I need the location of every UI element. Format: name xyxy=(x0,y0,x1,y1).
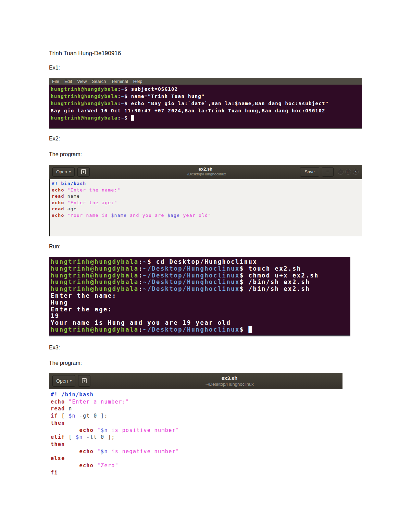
line: echo "Enter a number:" xyxy=(51,398,342,406)
maximize-button[interactable]: ▢ xyxy=(345,169,351,175)
line: hungtrinh@hungdybala:~/Desktop/Hunghocli… xyxy=(51,286,350,293)
terminal-cursor: █ xyxy=(131,115,135,121)
window-title: ex3.sh ~/Desktop/Hunghoclinux xyxy=(205,375,253,387)
new-document-icon xyxy=(82,378,87,383)
terminal-window-ex1: FileEditViewSearchTerminalHelp hungtrinh… xyxy=(49,78,362,129)
line: echo "Enter the age:" xyxy=(52,200,362,206)
save-button[interactable]: Save xyxy=(300,167,319,177)
label-ex1: Ex1: xyxy=(49,65,60,71)
line: #! bin/bash xyxy=(52,181,362,187)
line: Enter the age: xyxy=(51,306,350,313)
gedit-window-ex2: Open ▾ ex2.sh ~/Desktop/Hunghoclinux Sav… xyxy=(49,165,362,236)
line: hungtrinh@hungdybala:~/Desktop/Hunghocli… xyxy=(51,272,350,279)
chevron-down-icon: ▾ xyxy=(70,379,72,383)
window-title: ex2.sh ~/Desktop/Hunghoclinux xyxy=(185,166,226,177)
open-button-label: Open xyxy=(56,169,67,174)
line: echo "Zero" xyxy=(51,462,342,469)
gedit-window-ex3: Open ▾ ex3.sh ~/Desktop/Hunghoclinux #! … xyxy=(49,373,342,477)
terminal-output-ex1[interactable]: hungtrinh@hungdybala:~$ subject=OSG102hu… xyxy=(49,85,362,128)
chevron-down-icon: ▾ xyxy=(69,170,71,174)
minimize-button[interactable]: − xyxy=(338,169,344,175)
terminal-menubar: FileEditViewSearchTerminalHelp xyxy=(49,78,362,85)
menu-item[interactable]: Help xyxy=(133,79,142,84)
file-path: ~/Desktop/Hunghoclinux xyxy=(185,172,226,177)
open-button[interactable]: Open ▾ xyxy=(52,375,75,387)
line: hungtrinh@hungdybala:~$ subject=OSG102 xyxy=(51,86,362,93)
menu-item[interactable]: Terminal xyxy=(111,79,128,84)
menu-item[interactable]: Edit xyxy=(64,79,72,84)
line: Bay gio la:Wed 16 Oct 11:30:47 +07 2024,… xyxy=(51,107,362,114)
line: echo "Enter the name:" xyxy=(52,187,362,194)
file-name: ex2.sh xyxy=(185,166,226,172)
new-document-icon xyxy=(81,169,86,174)
line: if [ $n -gt 0 ]; xyxy=(51,412,342,420)
line: Hung xyxy=(51,299,350,306)
code-area-ex2[interactable]: #! bin/bashecho "Enter the name:"read na… xyxy=(49,179,362,236)
line: elif [ $n -lt 0 ]; xyxy=(51,434,342,441)
open-button-label: Open xyxy=(56,378,68,384)
line: echo "$n is negative number" xyxy=(51,448,342,455)
line: read n xyxy=(51,405,342,412)
line: Your name is Hung and you are 19 year ol… xyxy=(51,320,350,326)
line: else xyxy=(51,455,342,462)
line: hungtrinh@hungdybala:~$ cd Desktop/Hungh… xyxy=(51,259,350,265)
menu-item[interactable]: File xyxy=(52,79,59,84)
code-area-ex3[interactable]: #! /bin/bashecho "Enter a number:"read n… xyxy=(49,389,342,477)
line: Enter the name: xyxy=(51,293,350,299)
new-document-button[interactable] xyxy=(77,167,90,177)
line: hungtrinh@hungdybala:~/Desktop/Hunghocli… xyxy=(51,326,350,333)
label-the-program-2: The program: xyxy=(49,360,82,366)
line: then xyxy=(51,420,342,427)
file-name: ex3.sh xyxy=(205,375,253,382)
gedit-headerbar-ex3: Open ▾ ex3.sh ~/Desktop/Hunghoclinux xyxy=(49,373,342,389)
line: hungtrinh@hungdybala:~$ █ xyxy=(51,114,362,122)
window-controls: − ▢ ✕ xyxy=(338,169,359,175)
line: read age xyxy=(52,206,362,212)
file-path: ~/Desktop/Hunghoclinux xyxy=(205,382,253,387)
menu-item[interactable]: View xyxy=(77,79,87,84)
document-title: Trinh Tuan Hung-De190916 xyxy=(49,50,121,57)
line: read name xyxy=(52,193,362,200)
label-run: Run: xyxy=(49,244,61,250)
close-button[interactable]: ✕ xyxy=(353,169,359,175)
line: hungtrinh@hungdybala:~$ name="Trinh Tuan… xyxy=(51,93,362,100)
terminal-cursor: █ xyxy=(249,326,253,333)
line: hungtrinh@hungdybala:~$ echo "Bay gio la… xyxy=(51,100,362,107)
line: #! /bin/bash xyxy=(51,391,342,398)
hamburger-icon: ≡ xyxy=(326,169,329,175)
new-document-button[interactable] xyxy=(78,375,90,387)
line: hungtrinh@hungdybala:~/Desktop/Hunghocli… xyxy=(51,265,350,272)
line: echo "Your name is $name and you are $ag… xyxy=(52,212,362,219)
document-page: Trinh Tuan Hung-De190916 Ex1: FileEditVi… xyxy=(0,0,411,532)
menu-item[interactable]: Search xyxy=(92,79,106,84)
terminal-output-run[interactable]: hungtrinh@hungdybala:~$ cd Desktop/Hungh… xyxy=(49,257,350,335)
line: then xyxy=(51,441,342,448)
line: fi xyxy=(51,469,342,477)
line: echo "$n is positive number" xyxy=(51,427,342,434)
label-the-program-1: The program: xyxy=(49,151,82,158)
line: hungtrinh@hungdybala:~/Desktop/Hunghocli… xyxy=(51,279,350,286)
label-ex3: Ex3: xyxy=(49,345,60,351)
line: 19 xyxy=(51,313,350,320)
label-ex2: Ex2: xyxy=(49,136,60,142)
hamburger-menu-button[interactable]: ≡ xyxy=(322,167,334,177)
gedit-headerbar-ex2: Open ▾ ex2.sh ~/Desktop/Hunghoclinux Sav… xyxy=(49,165,362,179)
open-button[interactable]: Open ▾ xyxy=(52,167,75,177)
terminal-window-run: hungtrinh@hungdybala:~$ cd Desktop/Hungh… xyxy=(49,257,350,336)
